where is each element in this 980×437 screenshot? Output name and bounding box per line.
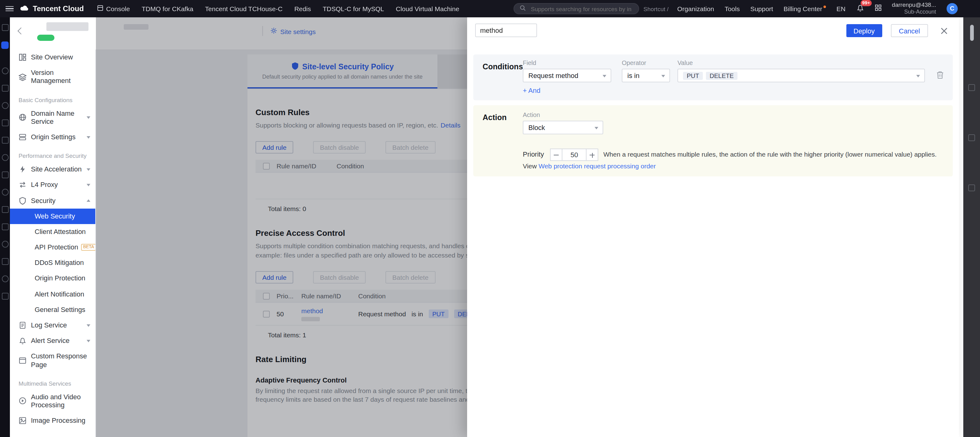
rail-icon[interactable] [2,189,8,196]
global-search [514,3,639,14]
sidebar-item-log-service[interactable]: Log Service [10,317,95,333]
value-chip: DELETE [706,72,738,80]
rule-name-input[interactable] [475,24,537,37]
nav-cvm[interactable]: Cloud Virtual Machine [396,5,460,13]
strip-icon[interactable] [968,134,975,141]
sidebar-section-multimedia: Multimedia Services [10,373,95,389]
swap-icon [19,181,27,189]
deploy-button[interactable]: Deploy [846,24,882,37]
conditions-label: Conditions [482,62,523,71]
rail-icon[interactable] [2,67,8,74]
rail-icon[interactable] [2,120,8,126]
strip-icon[interactable] [968,84,975,91]
rail-icon[interactable] [2,102,8,109]
value-group: Value PUT DELETE [678,59,925,82]
cancel-button[interactable]: Cancel [891,24,928,37]
globe-icon [19,113,27,122]
processing-order-link[interactable]: Web protection request processing order [539,162,656,170]
sidebar-item-general-settings[interactable]: General Settings [10,302,95,317]
priority-value[interactable]: 50 [562,148,586,161]
sidebar-item-site-overview[interactable]: Site Overview [10,49,95,65]
menu-icon[interactable] [6,6,14,11]
nav-redis[interactable]: Redis [294,5,311,13]
value-multiselect[interactable]: PUT DELETE [678,69,925,82]
sidebar-item-version-management[interactable]: Version Management [10,65,95,89]
sidebar-item-security[interactable]: Security [10,193,95,208]
strip-icon[interactable] [968,185,975,191]
nav-language[interactable]: EN [837,5,845,13]
scrollbar-thumb[interactable] [970,25,974,41]
nav-tdsql[interactable]: TDSQL-C for MySQL [323,5,384,13]
sidebar-item-custom-response-page[interactable]: Custom Response Page [10,349,95,373]
nav-organization[interactable]: Organization [677,5,714,13]
chevron-down-icon [916,75,920,77]
nav-support[interactable]: Support [750,5,773,13]
close-icon[interactable] [940,27,948,34]
apps-grid-icon[interactable] [875,5,881,13]
delete-condition-icon[interactable] [936,70,944,79]
nav-tchouse[interactable]: Tencent Cloud TCHouse-C [205,5,283,13]
product-icon-rail [0,18,10,437]
sidebar-item-web-security[interactable]: Web Security [10,208,95,224]
bolt-icon [19,165,27,173]
rail-icon-active[interactable] [1,41,9,49]
account-info[interactable]: darrenpu@438... Sub-Account [892,2,936,16]
brand-name: Tencent Cloud [33,4,84,13]
page: Tencent Cloud Console TDMQ for CKafka Te… [0,0,980,437]
rail-icon[interactable] [2,171,8,178]
nav-tools[interactable]: Tools [724,5,740,13]
rail-icon[interactable] [2,154,8,161]
sidebar-item-domain-name-service[interactable]: Domain Name Service [10,105,95,129]
rail-icon[interactable] [2,24,8,31]
plus-button[interactable] [586,148,598,161]
sidebar-item-origin-protection[interactable]: Origin Protection [10,271,95,286]
rail-icon[interactable] [2,241,8,247]
brand-logo[interactable]: Tencent Cloud [20,4,84,13]
sidebar-item-ddos-mitigation[interactable]: DDoS Mitigation [10,255,95,271]
operator-label: Operator [622,59,670,67]
search-input[interactable] [530,5,633,13]
add-and-condition-link[interactable]: + And [523,87,541,94]
rule-edit-drawer: Deploy Cancel Conditions Field Request m… [467,18,959,437]
action-select[interactable]: Block [523,121,603,134]
avatar[interactable]: C [947,3,958,14]
chevron-down-icon [87,116,90,119]
rail-icon[interactable] [2,276,8,282]
notifications-button[interactable]: 99+ [856,4,864,13]
browser-side-strip [963,0,980,437]
rail-icon[interactable] [2,137,8,144]
nav-billing-center[interactable]: Billing Center [784,5,826,13]
sidebar-item-api-protection[interactable]: API Protection BETA [10,239,95,255]
sidebar-item-audio-video-processing[interactable]: Audio and Video Processing [10,389,95,413]
sidebar-item-image-processing[interactable]: Image Processing [10,413,95,428]
value-label: Value [678,59,925,67]
sidebar-item-origin-settings[interactable]: Origin Settings [10,129,95,145]
shield-icon [19,196,27,204]
nav-tdmq[interactable]: TDMQ for CKafka [142,5,193,13]
nav-console[interactable]: Console [97,5,130,13]
rail-icon[interactable] [2,223,8,230]
chevron-down-icon [603,75,606,77]
sidebar-item-site-acceleration[interactable]: Site Acceleration [10,161,95,177]
sidebar-item-alert-notification[interactable]: Alert Notification [10,286,95,302]
sidebar-item-client-attestation[interactable]: Client Attestation [10,224,95,239]
status-badge [37,35,54,41]
billing-alert-dot [824,6,826,8]
sidebar-item-alert-service[interactable]: Alert Service [10,333,95,348]
back-icon[interactable] [18,27,25,35]
search-icon [520,5,526,13]
operator-select[interactable]: is in [622,69,670,82]
play-icon [19,397,27,405]
rail-icon[interactable] [2,293,8,300]
priority-row: Priority50When a request matches multipl… [523,148,942,171]
minus-button[interactable] [550,148,562,161]
rail-icon[interactable] [2,206,8,213]
rail-icon[interactable] [2,258,8,265]
priority-label: Priority [523,150,544,158]
document-icon [19,321,27,329]
image-icon [19,416,27,424]
field-select[interactable]: Request method [523,69,611,82]
rail-icon[interactable] [2,85,8,92]
account-role: Sub-Account [904,9,936,16]
sidebar-item-l4-proxy[interactable]: L4 Proxy [10,177,95,193]
